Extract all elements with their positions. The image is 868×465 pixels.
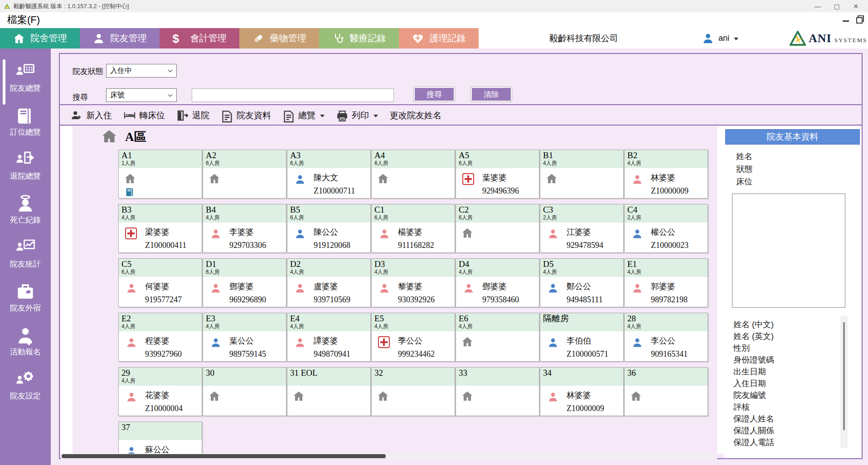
room-card[interactable]: E34人房葉公公989759145	[203, 313, 286, 362]
room-card[interactable]: A36人房陳大文Z100000711	[287, 150, 371, 199]
room-card[interactable]: C42人房權公公Z10000023	[624, 204, 708, 253]
room-card[interactable]: A26人房	[203, 150, 286, 199]
room-card[interactable]: 31 EOL	[287, 367, 371, 416]
sidebar-item-label: 訂位總覽	[10, 127, 41, 137]
menu-file[interactable]: 檔案(F)	[7, 13, 40, 27]
resident-code: Z100000411	[145, 241, 186, 250]
stethoscope-icon	[332, 33, 344, 44]
room-card[interactable]: 284人房李公公909165341	[624, 313, 708, 362]
room-card[interactable]: D34人房黎婆婆930392926	[371, 258, 455, 307]
room-card-header: A46人房	[372, 150, 455, 168]
toolbar-item-6[interactable]: 列印	[336, 110, 378, 121]
room-card[interactable]: 37蘇公公	[118, 421, 202, 454]
room-id: E2	[121, 314, 199, 323]
nav-tab-3[interactable]: $會計管理	[160, 28, 239, 48]
room-capacity: 4人房	[543, 269, 621, 275]
room-card[interactable]: B44人房李婆婆929703306	[203, 204, 286, 253]
room-card[interactable]: D16人房鄧婆婆969296890	[203, 258, 286, 307]
room-card[interactable]: E54人房季公公999234462	[371, 313, 455, 362]
grid-vertical-scrollbar[interactable]	[61, 126, 73, 454]
toolbar-item-5[interactable]: 總覽	[283, 110, 325, 121]
toolbar-item-7[interactable]: 更改院友姓名	[390, 110, 441, 121]
sidebar-item-8[interactable]: 院友設定	[0, 363, 51, 407]
mdi-minimize-icon[interactable]	[843, 20, 849, 22]
sidebar-item-4[interactable]: 死亡紀錄	[0, 188, 51, 232]
search-button[interactable]: 搜尋	[413, 87, 455, 102]
toolbar-item-3[interactable]: 退院	[177, 110, 209, 121]
resident-name: 季公公	[398, 335, 422, 346]
toolbar-item-1[interactable]: 新入住	[71, 110, 112, 121]
search-input[interactable]	[192, 88, 394, 102]
sidebar-item-3[interactable]: 退院總覽	[0, 144, 51, 188]
room-card-header: B34人房	[119, 204, 202, 223]
room-card[interactable]: C16人房楊婆婆911168282	[371, 204, 455, 253]
close-icon[interactable]: ✕	[846, 0, 865, 12]
status-select[interactable]: 入住中	[106, 64, 177, 78]
room-card[interactable]: B56人房陳公公919120068	[287, 204, 371, 253]
room-card[interactable]: E14人房郭婆婆989782198	[624, 258, 708, 307]
nav-tab-1[interactable]: 院舍管理	[0, 28, 80, 48]
room-card[interactable]: E24人房程婆婆939927960	[118, 313, 202, 362]
panel-vertical-scrollbar[interactable]	[717, 126, 724, 454]
maximize-icon[interactable]: ▢	[827, 0, 846, 12]
resident-code: 929478594	[567, 241, 603, 250]
chevron-down-icon	[168, 94, 173, 97]
room-card[interactable]: 30	[203, 367, 286, 416]
search-type-select[interactable]: 床號	[106, 88, 177, 102]
room-card[interactable]: D54人房鄭公公949485111	[540, 258, 624, 307]
window-title: 毅齡醫護系統 版本 : 1.0.157.3.2 - [控制中心]	[14, 2, 129, 10]
nav-tab-4[interactable]: 藥物管理	[239, 28, 319, 48]
nav-tab-5[interactable]: 醫療記錄	[319, 28, 399, 48]
room-card[interactable]: 33	[456, 367, 539, 416]
resident-stats-icon	[16, 238, 35, 255]
sidebar-item-7[interactable]: 活動報名	[0, 320, 51, 363]
minimize-icon[interactable]: —	[808, 0, 827, 12]
room-card[interactable]: C56人房何婆婆919577247	[118, 258, 202, 307]
room-card[interactable]: A46人房	[371, 150, 455, 199]
room-card[interactable]: C32人房江婆婆929478594	[540, 204, 624, 253]
room-card-header: C56人房	[119, 259, 202, 277]
room-card[interactable]: A56人房葉婆婆929496396	[456, 150, 539, 199]
room-card[interactable]: B34人房梁婆婆Z100000411	[118, 204, 202, 253]
room-card[interactable]: D24人房盧婆婆939710569	[287, 258, 371, 307]
nav-tab-6[interactable]: 護理記錄	[399, 28, 479, 48]
room-id: C2	[459, 205, 536, 214]
ani-systems-logo: ANI SYSTEMS	[790, 30, 867, 47]
mdi-restore-icon[interactable]	[856, 15, 863, 22]
resident-name: 李公公	[651, 335, 675, 346]
sidebar-item-6[interactable]: 院友外宿	[0, 276, 51, 320]
room-card-header: 36	[625, 368, 708, 386]
room-card[interactable]: 32	[371, 367, 455, 416]
room-card[interactable]: C26人房	[456, 204, 539, 253]
male-resident-icon	[295, 228, 305, 239]
room-card-header: A11人房	[119, 150, 202, 168]
horizontal-scrollbar-thumb[interactable]	[62, 454, 386, 458]
female-resident-icon	[379, 228, 390, 239]
room-card[interactable]: 隔離房李伯伯Z100000571	[540, 313, 624, 362]
room-card[interactable]: E44人房譚婆婆949870941	[287, 313, 371, 362]
clear-button[interactable]: 清除	[470, 87, 512, 102]
room-card[interactable]: 36	[624, 367, 708, 416]
room-card[interactable]: A11人房	[118, 150, 202, 199]
room-card[interactable]: B24人房林婆婆Z10000009	[624, 150, 708, 199]
nav-tab-2[interactable]: 院友管理	[80, 28, 160, 48]
resident-name: 譚婆婆	[314, 335, 338, 346]
resident-code: Z100000571	[567, 349, 608, 359]
toolbar-item-4[interactable]: 院友資料	[221, 110, 271, 121]
room-card[interactable]: E64人房	[456, 313, 539, 362]
room-id: B1	[543, 150, 621, 160]
sidebar-item-2[interactable]: 訂位總覽	[0, 100, 51, 144]
ani-logo-icon	[790, 31, 806, 46]
room-id: A1	[121, 150, 199, 160]
room-card[interactable]: 294人房花婆婆Z10000004	[118, 367, 202, 416]
resident-name: 李婆婆	[229, 227, 254, 237]
detail-list-scrollbar-thumb[interactable]	[843, 322, 845, 430]
room-card[interactable]: D44人房鄧婆婆979358460	[456, 258, 539, 307]
room-card[interactable]: 34林婆婆Z10000009	[540, 367, 624, 416]
room-card[interactable]: B14人房	[540, 150, 624, 199]
sidebar-item-5[interactable]: 院友統計	[0, 232, 51, 276]
toolbar-item-2[interactable]: 轉床位	[124, 110, 165, 121]
female-resident-icon	[210, 283, 221, 294]
user-menu[interactable]: ani	[702, 28, 738, 48]
sidebar-item-1[interactable]: 院友總覽	[0, 56, 51, 100]
